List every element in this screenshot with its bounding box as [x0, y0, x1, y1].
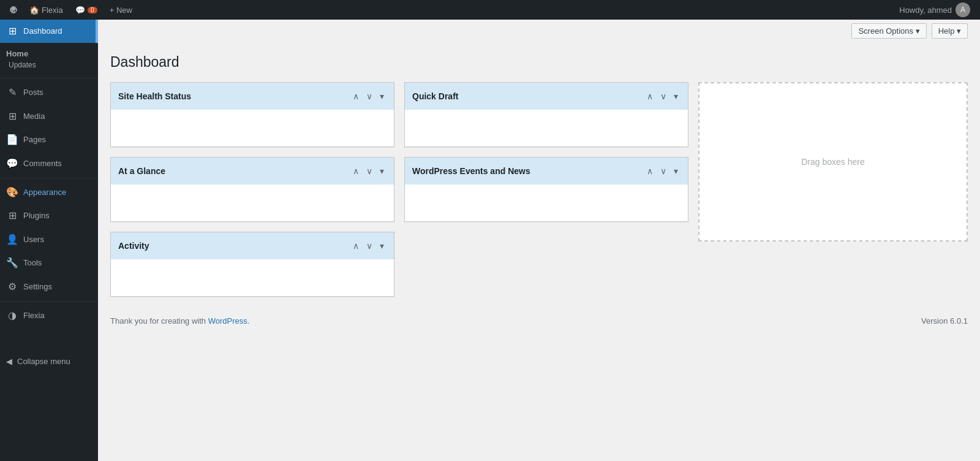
sidebar-item-posts[interactable]: ✎ Posts [0, 81, 98, 104]
wp-events-up-btn[interactable]: ∧ [644, 166, 655, 177]
site-home-icon: 🏠 [29, 6, 39, 15]
sidebar-item-appearance[interactable]: 🎨 Appearance [0, 181, 98, 204]
at-a-glance-down-btn[interactable]: ∨ [364, 166, 375, 177]
collapse-menu-label: Collapse menu [17, 357, 70, 366]
activity-widget: Activity ∧ ∨ ▾ [110, 232, 394, 297]
menu-separator-3 [0, 301, 98, 302]
widgets-column-1: Site Health Status ∧ ∨ ▾ At a Glance [110, 82, 394, 297]
top-options-bar: Screen Options ▾ Help ▾ [98, 20, 980, 42]
wp-events-header: WordPress Events and News ∧ ∨ ▾ [405, 158, 688, 185]
settings-icon: ⚙ [6, 280, 18, 294]
site-health-controls: ∧ ∨ ▾ [350, 91, 386, 102]
activity-title: Activity [118, 241, 149, 251]
dashboard-widgets: Site Health Status ∧ ∨ ▾ At a Glance [98, 77, 980, 309]
sidebar-item-updates[interactable]: Updates [0, 59, 98, 73]
site-health-toggle-btn[interactable]: ▾ [377, 91, 386, 102]
wp-events-toggle-btn[interactable]: ▾ [671, 166, 680, 177]
drag-drop-zone[interactable]: Drag boxes here [698, 82, 968, 242]
collapse-menu-button[interactable]: ◀ Collapse menu [0, 352, 98, 371]
collapse-arrow-icon: ◀ [6, 357, 12, 366]
page-header: Dashboard [98, 42, 980, 77]
avatar-initial: A [960, 6, 965, 14]
sidebar-item-comments[interactable]: 💬 Comments [0, 152, 98, 175]
updates-label: Updates [9, 61, 36, 69]
sidebar-item-users[interactable]: 👤 Users [0, 228, 98, 251]
site-health-down-btn[interactable]: ∨ [364, 91, 375, 102]
at-a-glance-toggle-btn[interactable]: ▾ [377, 166, 386, 177]
sidebar-item-pages[interactable]: 📄 Pages [0, 128, 98, 151]
dashboard-icon: ⊞ [6, 25, 18, 38]
flexia-icon: ◑ [6, 309, 18, 322]
media-label: Media [23, 111, 45, 122]
plugins-label: Plugins [23, 210, 50, 221]
activity-down-btn[interactable]: ∨ [364, 240, 375, 251]
user-profile-bar[interactable]: Howdy, ahmed A [894, 0, 975, 20]
site-health-title: Site Health Status [118, 91, 191, 101]
tools-label: Tools [23, 257, 42, 269]
wp-events-body [405, 185, 688, 221]
comments-icon: 💬 [6, 157, 18, 170]
quick-draft-title: Quick Draft [412, 91, 458, 101]
comments-label: Comments [23, 158, 62, 169]
new-content-bar[interactable]: + New [105, 0, 137, 20]
site-health-body [111, 110, 394, 147]
help-button[interactable]: Help ▾ [932, 23, 968, 39]
sidebar-item-settings[interactable]: ⚙ Settings [0, 275, 98, 299]
wp-logo[interactable] [5, 0, 22, 20]
dashboard-label: Dashboard [23, 26, 62, 37]
site-name-bar[interactable]: 🏠 Flexia [24, 0, 68, 20]
quick-draft-down-btn[interactable]: ∨ [658, 91, 669, 102]
widgets-column-2: Quick Draft ∧ ∨ ▾ WordPress Events and N… [404, 82, 688, 297]
appearance-icon: 🎨 [6, 186, 18, 199]
wp-events-title: WordPress Events and News [412, 166, 530, 176]
wordpress-link[interactable]: WordPress [208, 316, 247, 326]
activity-toggle-btn[interactable]: ▾ [377, 240, 386, 251]
help-label: Help ▾ [938, 26, 961, 36]
quick-draft-toggle-btn[interactable]: ▾ [671, 91, 680, 102]
sidebar-item-dashboard[interactable]: ⊞ Dashboard [0, 20, 98, 43]
home-label: Home [6, 49, 28, 58]
site-name-label: Flexia [42, 6, 63, 15]
site-health-widget: Site Health Status ∧ ∨ ▾ [110, 82, 394, 147]
posts-label: Posts [23, 87, 43, 98]
media-icon: ⊞ [6, 110, 18, 123]
pages-label: Pages [23, 134, 46, 145]
wp-events-controls: ∧ ∨ ▾ [644, 166, 680, 177]
screen-options-label: Screen Options ▾ [858, 26, 919, 36]
quick-draft-up-btn[interactable]: ∧ [644, 91, 655, 102]
activity-header: Activity ∧ ∨ ▾ [111, 232, 394, 259]
quick-draft-body [405, 110, 688, 147]
screen-options-button[interactable]: Screen Options ▾ [851, 23, 926, 39]
comments-bar-item[interactable]: 💬 0 [70, 0, 102, 20]
activity-up-btn[interactable]: ∧ [350, 240, 361, 251]
at-a-glance-up-btn[interactable]: ∧ [350, 166, 361, 177]
sidebar-item-tools[interactable]: 🔧 Tools [0, 251, 98, 275]
settings-label: Settings [23, 281, 52, 292]
page-footer: Thank you for creating with WordPress. V… [98, 309, 980, 333]
flexia-label: Flexia [23, 310, 45, 321]
sidebar-item-plugins[interactable]: ⊞ Plugins [0, 204, 98, 227]
wp-events-down-btn[interactable]: ∨ [658, 166, 669, 177]
at-a-glance-header: At a Glance ∧ ∨ ▾ [111, 158, 394, 185]
sidebar-item-flexia[interactable]: ◑ Flexia [0, 304, 98, 327]
page-title: Dashboard [110, 48, 179, 77]
sidebar-item-media[interactable]: ⊞ Media [0, 105, 98, 128]
main-content: Screen Options ▾ Help ▾ Dashboard Site H… [98, 20, 980, 461]
users-label: Users [23, 234, 44, 245]
site-health-up-btn[interactable]: ∧ [350, 91, 361, 102]
activity-body [111, 259, 394, 296]
comments-count-badge: 0 [88, 7, 97, 13]
quick-draft-header: Quick Draft ∧ ∨ ▾ [405, 83, 688, 110]
sidebar-item-home[interactable]: Home [0, 45, 98, 59]
tools-icon: 🔧 [6, 256, 18, 270]
at-a-glance-title: At a Glance [118, 166, 165, 176]
widgets-column-3: Drag boxes here [698, 82, 968, 297]
comment-bubble-icon: 💬 [75, 6, 85, 15]
users-icon: 👤 [6, 233, 18, 246]
new-content-label: + New [110, 6, 132, 15]
admin-sidebar: ⊞ Dashboard Home Updates ✎ Posts ⊞ Media… [0, 20, 98, 461]
drag-boxes-text: Drag boxes here [801, 157, 865, 167]
quick-draft-widget: Quick Draft ∧ ∨ ▾ [404, 82, 688, 147]
posts-icon: ✎ [6, 86, 18, 99]
footer-version: Version 6.0.1 [921, 316, 968, 326]
